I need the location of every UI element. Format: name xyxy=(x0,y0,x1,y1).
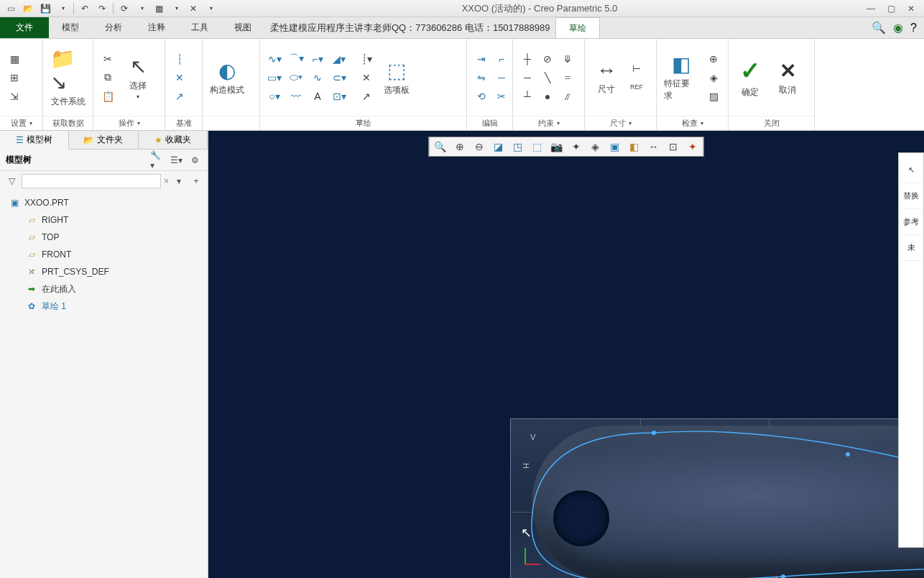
sidebar-tab-folder[interactable]: 📂文件夹 xyxy=(69,131,138,149)
tab-tools[interactable]: 工具 xyxy=(178,17,221,38)
spin-center-icon[interactable]: ↔ xyxy=(645,138,663,155)
chamfer-icon[interactable]: ◢▾ xyxy=(329,50,349,68)
text-icon[interactable]: A xyxy=(308,88,328,105)
ref-icon[interactable]: ⊞ xyxy=(4,69,24,86)
rp-replace[interactable]: 替换 xyxy=(902,183,920,209)
save-dropdown[interactable] xyxy=(55,1,70,16)
sketch-view-icon[interactable]: ⊡ xyxy=(664,138,683,155)
select-button[interactable]: ↖选择▾ xyxy=(121,45,155,110)
filter-icon[interactable]: ▽ xyxy=(4,174,19,188)
tab-file[interactable]: 文件 xyxy=(0,17,49,38)
mirror-icon[interactable]: ⇋ xyxy=(471,69,491,86)
close-button[interactable]: ✕ xyxy=(904,3,918,14)
annot-display-icon[interactable]: ◧ xyxy=(625,138,644,155)
line-icon[interactable]: ∿▾ xyxy=(264,50,285,68)
datum-display-icon[interactable]: ▣ xyxy=(606,138,624,155)
centerline-icon[interactable]: ┆ xyxy=(170,50,190,68)
shade-icon[interactable]: ▨ xyxy=(703,88,724,105)
learn-icon[interactable]: ◉ xyxy=(893,21,903,35)
import-icon[interactable]: ⇲ xyxy=(4,88,24,105)
file-system-button[interactable]: 📁↘文件系统 xyxy=(47,45,88,110)
tree-item-front[interactable]: ▱FRONT xyxy=(0,246,208,263)
tree-item-csys[interactable]: ⤯PRT_CSYS_DEF xyxy=(0,263,208,280)
tree-item-top[interactable]: ▱TOP xyxy=(0,229,208,246)
help-icon[interactable]: ? xyxy=(910,22,917,35)
close-window-icon[interactable]: ✕ xyxy=(185,1,201,16)
parallel-icon[interactable]: ⫽ xyxy=(558,88,578,105)
filter-dropdown-icon[interactable]: ▾ xyxy=(172,174,186,188)
mid-icon[interactable]: ╲ xyxy=(537,69,558,86)
zoom-out-icon[interactable]: ⊖ xyxy=(470,138,489,155)
group-constrain[interactable]: 约束 xyxy=(513,116,584,130)
centerline2-icon[interactable]: ┊▾ xyxy=(356,50,376,68)
equal-icon[interactable]: ＝ xyxy=(558,69,578,86)
sketch-disp-icon[interactable]: ✦ xyxy=(683,138,702,155)
perp-icon[interactable]: ┴ xyxy=(517,88,537,105)
overlap-icon[interactable]: ⊕ xyxy=(703,50,724,68)
undo-icon[interactable]: ↶ xyxy=(77,1,93,16)
rp-unres[interactable]: 未 xyxy=(902,235,920,261)
spline-icon[interactable]: ∿ xyxy=(308,69,328,86)
zoom-fit-icon[interactable]: 🔍 xyxy=(431,138,450,155)
display-style-icon[interactable]: ⬚ xyxy=(528,138,547,155)
new-file-icon[interactable]: ▭ xyxy=(3,1,19,16)
repaint-icon[interactable]: ◳ xyxy=(509,138,527,155)
group-operate[interactable]: 操作 xyxy=(93,116,165,130)
tab-view[interactable]: 视图 xyxy=(221,17,264,38)
point2-icon[interactable]: ✕ xyxy=(356,69,376,86)
ellipse-icon[interactable]: ⬭▾ xyxy=(286,69,306,86)
tab-analysis[interactable]: 分析 xyxy=(92,17,135,38)
arc-icon[interactable]: ⌒▾ xyxy=(286,50,306,68)
trim-icon[interactable]: ⇥ xyxy=(471,50,491,68)
graphics-canvas[interactable]: 🔍 ⊕ ⊖ ◪ ◳ ⬚ 📷 ✦ ◈ ▣ ◧ ↔ ⊡ ✦ xyxy=(208,131,924,578)
regen-dropdown[interactable] xyxy=(134,1,149,16)
divide-icon[interactable]: ─ xyxy=(491,69,512,86)
regen-icon[interactable]: ⟳ xyxy=(116,1,132,16)
filter-clear-icon[interactable]: × xyxy=(164,176,169,186)
ref-dim-icon[interactable]: REF xyxy=(627,78,647,96)
highlight-icon[interactable]: ◈ xyxy=(703,69,724,86)
construction-mode-button[interactable]: ◐构造模式 xyxy=(207,45,247,110)
vert-icon[interactable]: ┼ xyxy=(517,50,537,68)
sidebar-tab-model-tree[interactable]: ☰模型树 xyxy=(0,131,69,150)
tree-settings-icon[interactable]: ⚙ xyxy=(188,153,202,168)
palette-button[interactable]: ⬚选项板 xyxy=(379,45,414,110)
cut-icon[interactable]: ✂ xyxy=(98,50,118,68)
filter-add-icon[interactable]: + xyxy=(189,174,203,188)
copy-icon[interactable]: ⧉ xyxy=(98,69,118,86)
dimension-button[interactable]: ↔尺寸 xyxy=(589,45,624,110)
corner-icon[interactable]: ⌐ xyxy=(491,50,512,68)
feature-req-button[interactable]: ◧特征要求 xyxy=(661,45,701,110)
coinc-icon[interactable]: ● xyxy=(537,88,558,105)
sidebar-tab-favorites[interactable]: ★收藏夹 xyxy=(139,131,208,149)
zoom-in-icon[interactable]: ⊕ xyxy=(451,138,469,155)
perspective-icon[interactable]: ◈ xyxy=(586,138,605,155)
curve-icon[interactable]: 〰 xyxy=(286,88,306,105)
save-icon[interactable]: 💾 xyxy=(37,1,53,16)
sym-icon[interactable]: ⤋ xyxy=(558,50,578,68)
project-icon[interactable]: ⊡▾ xyxy=(329,88,349,105)
maximize-button[interactable]: ▢ xyxy=(884,3,898,14)
cancel-button[interactable]: ✕取消 xyxy=(770,45,805,110)
tab-sketch[interactable]: 草绘 xyxy=(555,17,600,38)
tangent-icon[interactable]: ⊘ xyxy=(537,50,558,68)
paste-icon[interactable]: 📋 xyxy=(98,88,118,105)
tree-item-root[interactable]: ▣XXOO.PRT xyxy=(0,194,208,211)
filter-input[interactable] xyxy=(22,174,161,188)
tab-model[interactable]: 模型 xyxy=(49,17,92,38)
coord-icon[interactable]: ↗ xyxy=(170,88,190,105)
rp-cursor-icon[interactable]: ↖ xyxy=(902,157,920,183)
baseline-dim-icon[interactable]: ⊢ xyxy=(627,60,647,77)
search-icon[interactable]: 🔍 xyxy=(872,21,886,35)
redo-icon[interactable]: ↷ xyxy=(94,1,110,16)
group-dimension[interactable]: 尺寸 xyxy=(585,116,656,130)
horiz-icon[interactable]: ─ xyxy=(517,69,537,86)
windows-dropdown[interactable] xyxy=(168,1,184,16)
coord2-icon[interactable]: ↗ xyxy=(356,88,376,105)
circle-icon[interactable]: ○▾ xyxy=(264,88,285,105)
windows-icon[interactable]: ▦ xyxy=(151,1,167,16)
fillet-icon[interactable]: ⌐▾ xyxy=(308,50,328,68)
open-file-icon[interactable]: 📂 xyxy=(20,1,36,16)
saved-view-icon[interactable]: 📷 xyxy=(548,138,566,155)
offset-icon[interactable]: ⊂▾ xyxy=(329,69,349,86)
